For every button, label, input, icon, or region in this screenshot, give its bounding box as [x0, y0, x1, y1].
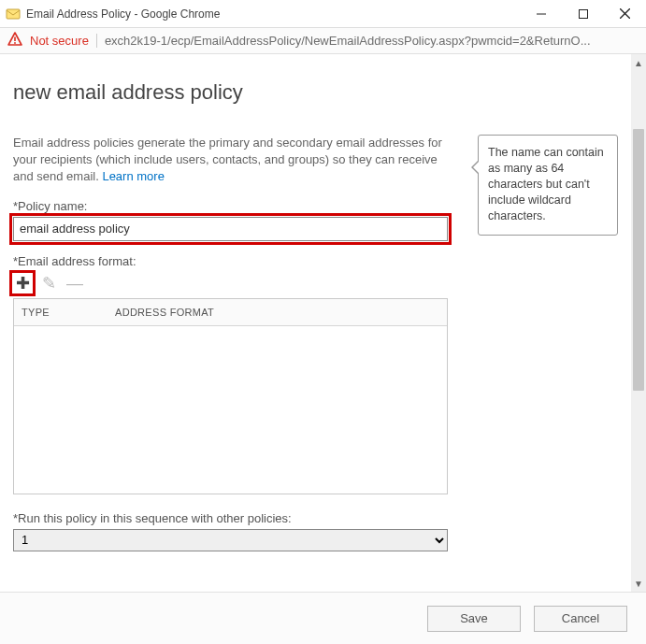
vertical-scrollbar[interactable]: ▲ ▼ — [631, 54, 646, 592]
remove-format-button[interactable]: — — [65, 274, 84, 293]
scroll-thumb[interactable] — [633, 129, 644, 391]
help-tooltip: The name can contain as many as 64 chara… — [478, 135, 618, 236]
pencil-icon: ✎ — [42, 275, 56, 292]
scroll-track[interactable] — [631, 71, 646, 575]
svg-rect-2 — [579, 9, 587, 18]
format-toolbar: ✚ ✎ — — [13, 274, 459, 293]
browser-address-bar: Not secure exch2k19-1/ecp/EmailAddressPo… — [0, 28, 646, 54]
format-grid: TYPE ADDRESS FORMAT — [13, 298, 448, 494]
tooltip-text: The name can contain as many as 64 chara… — [488, 146, 604, 222]
email-format-label: *Email address format: — [13, 254, 459, 268]
window-titlebar: Email Address Policy - Google Chrome — [0, 0, 646, 28]
plus-icon: ✚ — [16, 275, 30, 292]
grid-col-type: TYPE — [14, 299, 108, 325]
minus-icon: — — [66, 275, 83, 292]
url-text[interactable]: exch2k19-1/ecp/EmailAddressPolicy/NewEma… — [105, 34, 639, 48]
window-maximize-button[interactable] — [562, 0, 604, 28]
scroll-down-arrow[interactable]: ▼ — [631, 575, 646, 592]
svg-rect-0 — [7, 9, 20, 19]
svg-point-6 — [14, 42, 16, 44]
grid-header: TYPE ADDRESS FORMAT — [14, 299, 447, 326]
save-button[interactable]: Save — [427, 606, 521, 632]
sequence-select[interactable]: 1 — [13, 529, 448, 551]
edit-format-button[interactable]: ✎ — [39, 274, 58, 293]
cancel-button[interactable]: Cancel — [534, 606, 627, 632]
page-title: new email address policy — [13, 80, 618, 105]
intro-body: Email address policies generate the prim… — [13, 136, 442, 183]
window-minimize-button[interactable] — [520, 0, 562, 28]
learn-more-link[interactable]: Learn more — [102, 169, 164, 183]
policy-name-label: *Policy name: — [13, 199, 459, 213]
scroll-up-arrow[interactable]: ▲ — [631, 54, 646, 71]
app-icon — [6, 7, 21, 21]
window-close-button[interactable] — [604, 0, 646, 28]
add-format-button[interactable]: ✚ — [13, 274, 32, 293]
sequence-label: *Run this policy in this sequence with o… — [13, 511, 459, 525]
security-status[interactable]: Not secure — [30, 34, 97, 48]
grid-col-format: ADDRESS FORMAT — [108, 299, 447, 325]
window-title: Email Address Policy - Google Chrome — [26, 7, 520, 21]
intro-text: Email address policies generate the prim… — [13, 135, 459, 186]
policy-name-input[interactable] — [13, 217, 448, 241]
dialog-content: new email address policy Email address p… — [0, 54, 631, 592]
dialog-footer: Save Cancel — [0, 592, 646, 644]
warning-icon — [7, 32, 22, 50]
